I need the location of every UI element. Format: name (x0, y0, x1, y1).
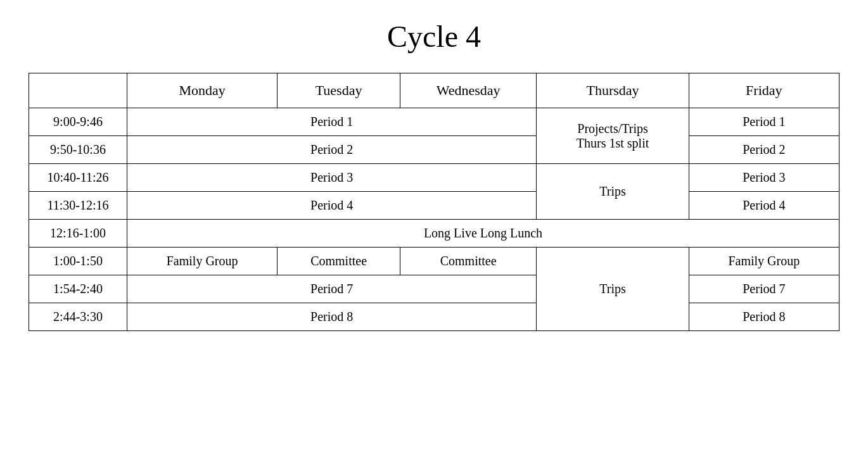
period1-mon-wed: Period 1 (127, 108, 537, 136)
header-wednesday: Wednesday (400, 73, 536, 108)
schedule-table: Monday Tuesday Wednesday Thursday Friday… (29, 73, 839, 331)
time-1216-100: 12:16-1:00 (29, 220, 127, 248)
period2-mon-wed: Period 2 (127, 136, 537, 164)
table-row: 1:54-2:40 Period 7 Period 7 (29, 275, 839, 303)
projects-trips-thursday: Projects/Trips Thurs 1st split (537, 108, 689, 164)
trips-thursday-row2: Trips (537, 164, 689, 220)
header-friday: Friday (689, 73, 839, 108)
period4-friday: Period 4 (689, 192, 839, 220)
period8-friday: Period 8 (689, 303, 839, 331)
time-154-240: 1:54-2:40 (29, 275, 127, 303)
long-lunch: Long Live Long Lunch (127, 220, 839, 248)
header-tuesday: Tuesday (278, 73, 400, 108)
table-row: 12:16-1:00 Long Live Long Lunch (29, 220, 839, 248)
family-group-friday: Family Group (689, 248, 839, 275)
time-950-1036: 9:50-10:36 (29, 136, 127, 164)
trips-thursday-row3: Trips (537, 248, 689, 331)
table-row: 2:44-3:30 Period 8 Period 8 (29, 303, 839, 331)
time-244-330: 2:44-3:30 (29, 303, 127, 331)
committee-tuesday: Committee (278, 248, 400, 275)
page-title: Cycle 4 (387, 19, 481, 54)
period7-mon-wed: Period 7 (127, 275, 537, 303)
period3-friday: Period 3 (689, 164, 839, 192)
time-1040-1126: 10:40-11:26 (29, 164, 127, 192)
header-row: Monday Tuesday Wednesday Thursday Friday (29, 73, 839, 108)
period8-mon-wed: Period 8 (127, 303, 537, 331)
table-row: 10:40-11:26 Period 3 Trips Period 3 (29, 164, 839, 192)
period2-friday: Period 2 (689, 136, 839, 164)
time-900-946: 9:00-9:46 (29, 108, 127, 136)
committee-wednesday: Committee (400, 248, 536, 275)
header-empty (29, 73, 127, 108)
period1-friday: Period 1 (689, 108, 839, 136)
header-monday: Monday (127, 73, 278, 108)
header-thursday: Thursday (537, 73, 689, 108)
time-1130-1216: 11:30-12:16 (29, 192, 127, 220)
period7-friday: Period 7 (689, 275, 839, 303)
time-100-150: 1:00-1:50 (29, 248, 127, 275)
family-group-monday: Family Group (127, 248, 278, 275)
period4-mon-wed: Period 4 (127, 192, 537, 220)
table-row: 1:00-1:50 Family Group Committee Committ… (29, 248, 839, 275)
table-row: 11:30-12:16 Period 4 Period 4 (29, 192, 839, 220)
table-row: 9:00-9:46 Period 1 Projects/Trips Thurs … (29, 108, 839, 136)
table-row: 9:50-10:36 Period 2 Period 2 (29, 136, 839, 164)
period3-mon-wed: Period 3 (127, 164, 537, 192)
